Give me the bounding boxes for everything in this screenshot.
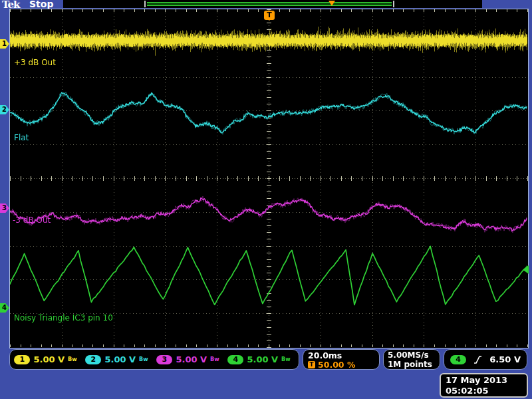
channel-4-readout[interactable]: 4 5.00 V Bw [223,354,295,364]
trigger-level: 6.50 V [489,354,521,364]
channel-2-scale: 5.00 V [104,354,136,364]
horizontal-scale: 20.0ms [308,350,342,360]
trigger-readout[interactable]: 4 6.50 V [444,349,527,370]
channel-readout-bar: 1 5.00 V Bw 2 5.00 V Bw 3 5.00 V Bw 4 5.… [9,349,299,370]
sample-rate: 5.00MS/s [388,350,436,360]
record-view-strip [63,0,482,8]
channel-4-label: Noisy Triangle IC3 pin 10 [14,313,113,323]
record-length: 1M points [388,360,436,369]
trigger-position-flag[interactable]: T [264,11,275,20]
trigger-source-badge: 4 [450,355,466,364]
channel-1-badge: 1 [14,355,30,364]
datetime-box: 17 May 2013 05:02:05 [440,373,528,398]
bandwidth-limit-icon: Bw [139,357,148,362]
horizontal-readout[interactable]: 20.0ms T 50.00 % [303,349,380,370]
time-text: 05:02:05 [446,386,522,396]
channel-4-badge: 4 [227,355,243,364]
record-left-bracket-icon [144,1,146,7]
channel-1-scale: 5.00 V [33,354,65,364]
acquisition-readout[interactable]: 5.00MS/s 1M points [383,349,440,370]
channel-3-readout[interactable]: 3 5.00 V Bw [152,354,223,364]
channel-3-scale: 5.00 V [176,354,207,364]
channel-2-badge: 2 [85,355,101,364]
trigger-position-icon: T [308,361,315,368]
record-view-bar [147,2,392,6]
channel-4-position-marker[interactable]: 4 [0,303,9,313]
channel-3-badge: 3 [156,355,172,364]
horizontal-position: 50.00 % [318,360,355,370]
bandwidth-limit-icon: Bw [210,357,219,362]
channel-2-readout[interactable]: 2 5.00 V Bw [81,354,152,364]
channel-2-position-marker[interactable]: 2 [0,105,9,114]
bandwidth-limit-icon: Bw [68,357,77,362]
record-right-bracket-icon [393,1,394,7]
acquisition-status: Stop [29,0,53,9]
channel-3-label: -3 dB Out [13,215,51,225]
channel-2-label: Flat [14,133,29,142]
channel-4-scale: 5.00 V [247,354,278,364]
rising-edge-slope-icon [473,355,483,364]
channel-1-label: +3 dB Out [14,58,56,67]
channel-1-readout[interactable]: 1 5.00 V Bw [10,354,81,364]
oscilloscope-screen: { "header": { "logo": "Tek", "status": "… [0,0,532,399]
bandwidth-limit-icon: Bw [281,357,291,362]
date-text: 17 May 2013 [446,375,522,386]
graticule [9,9,529,348]
channel-1-position-marker[interactable]: 1 [0,39,9,49]
channel-3-position-marker[interactable]: 3 [0,203,9,213]
